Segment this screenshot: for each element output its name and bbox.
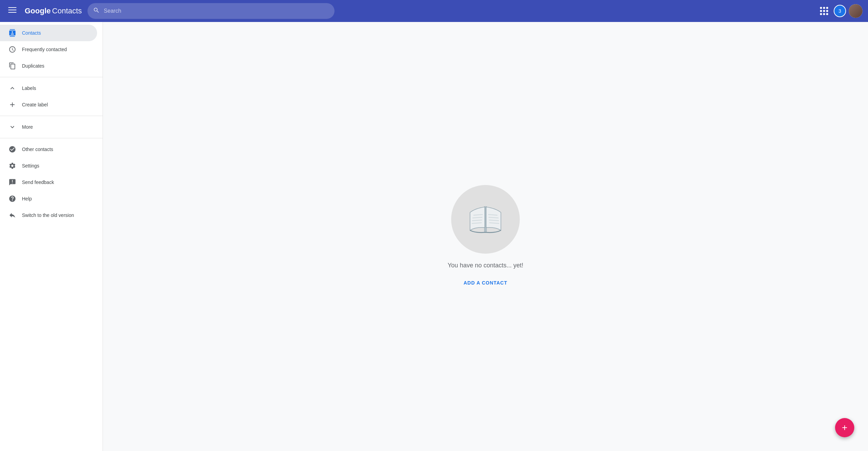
empty-state: You have no contacts... yet! ADD A CONTA… [448,185,523,288]
create-label-icon [8,101,16,109]
more-expand-icon [8,123,16,131]
sidebar-send-feedback-label: Send feedback [22,180,54,185]
sidebar-contacts-label: Contacts [22,30,41,36]
sidebar-help-label: Help [22,196,32,201]
switch-version-icon [8,211,16,219]
labels-collapse-icon [8,84,16,92]
main-content: You have no contacts... yet! ADD A CONTA… [103,22,868,451]
sidebar-labels-header[interactable]: Labels [0,80,103,96]
sidebar-item-switch-version[interactable]: Switch to the old version [0,207,97,223]
logo-contacts-text: Contacts [52,7,82,15]
sidebar-settings-label: Settings [22,163,39,169]
search-bar [87,3,335,19]
divider-2 [0,116,103,116]
sidebar-create-label-label: Create label [22,102,48,107]
search-icon [93,7,100,15]
sidebar-frequently-contacted-label: Frequently contacted [22,47,67,52]
sidebar-switch-version-label: Switch to the old version [22,212,74,218]
topbar-right: 3 [817,4,863,18]
sidebar-more-label: More [22,124,33,130]
frequently-contacted-icon [8,45,16,54]
duplicates-icon [8,62,16,70]
layout: Contacts Frequently contacted Duplicates [0,22,868,451]
settings-icon [8,162,16,170]
svg-rect-1 [8,10,16,10]
empty-message: You have no contacts... yet! [448,262,523,269]
svg-rect-2 [8,12,16,13]
sidebar-item-contacts[interactable]: Contacts [0,25,97,41]
avatar-image [849,4,863,18]
search-input[interactable] [104,8,329,14]
sidebar-item-other-contacts[interactable]: Other contacts [0,141,97,158]
sidebar-other-contacts-label: Other contacts [22,147,53,152]
sidebar-item-settings[interactable]: Settings [0,158,97,174]
sidebar-item-frequently-contacted[interactable]: Frequently contacted [0,41,97,58]
fab-add-button[interactable]: + [835,418,854,437]
sidebar-duplicates-label: Duplicates [22,63,44,69]
logo-google-text: Google [25,7,51,15]
avatar[interactable] [849,4,863,18]
sidebar-labels-label: Labels [22,85,36,91]
book-illustration [465,202,506,236]
svg-rect-0 [8,7,16,8]
sidebar-item-create-label[interactable]: Create label [0,96,97,113]
apps-icon[interactable] [817,4,831,18]
app-logo: Google Contacts [25,7,82,15]
divider-1 [0,77,103,77]
send-feedback-icon [8,178,16,186]
sidebar-item-duplicates[interactable]: Duplicates [0,58,97,74]
add-contact-button[interactable]: ADD A CONTACT [458,277,513,288]
contacts-icon [8,29,16,37]
sidebar: Contacts Frequently contacted Duplicates [0,22,103,451]
other-contacts-icon [8,145,16,153]
menu-icon[interactable] [5,3,19,19]
book-circle [451,185,520,254]
sidebar-item-send-feedback[interactable]: Send feedback [0,174,97,190]
sidebar-item-help[interactable]: Help [0,190,97,207]
topbar: Google Contacts 3 [0,0,868,22]
help-icon [8,195,16,203]
sidebar-more-header[interactable]: More [0,119,103,135]
account-badge[interactable]: 3 [834,5,846,17]
divider-3 [0,138,103,138]
